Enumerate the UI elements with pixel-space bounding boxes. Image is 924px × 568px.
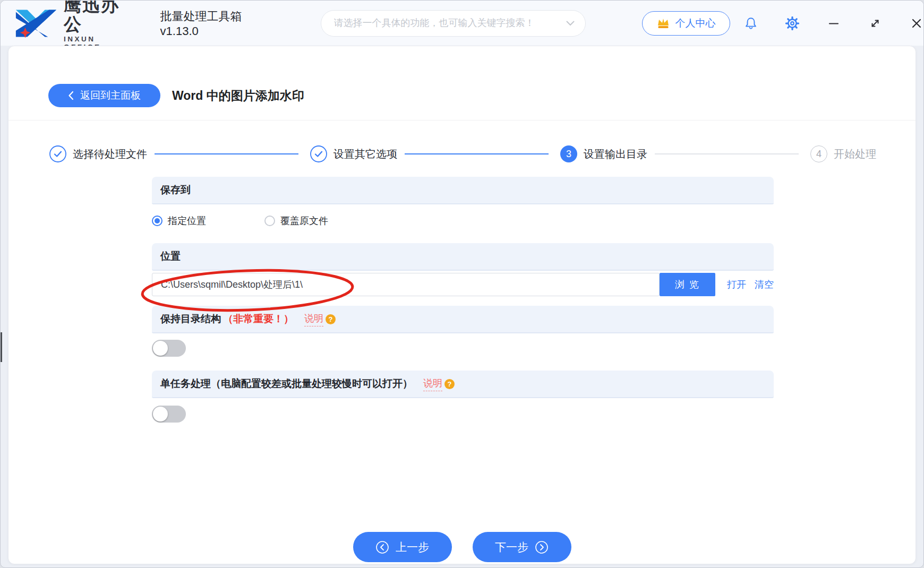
header-divider — [8, 120, 916, 121]
single-task-title: 单任务处理（电脑配置较差或批量处理较慢时可以打开） — [160, 377, 413, 391]
titlebar: 鹰迅办公 INXUN OFFICE 批量处理工具箱 v1.13.0 个人中心 — [1, 1, 923, 46]
step4-label: 开始处理 — [834, 147, 876, 161]
toggle-knob — [153, 341, 168, 356]
output-settings-form: 保存到 指定位置 覆盖原文件 位置 浏 览 打开 清空 保持目录结构 （非常重要… — [152, 177, 774, 423]
step3-number: 3 — [566, 149, 571, 160]
function-search-box[interactable] — [321, 10, 586, 37]
output-path-row: 浏 览 打开 清空 — [152, 273, 774, 296]
step4-number-circle: 4 — [810, 145, 827, 162]
user-center-button[interactable]: 个人中心 — [642, 11, 730, 36]
step-connector-3 — [655, 153, 799, 154]
chevron-down-icon[interactable] — [566, 21, 575, 26]
brand-text: 鹰迅办公 INXUN OFFICE — [64, 0, 136, 51]
next-step-label: 下一步 — [495, 540, 528, 555]
page-header-row: 返回到主面板 Word 中的图片添加水印 — [8, 46, 916, 107]
user-center-label: 个人中心 — [675, 16, 715, 30]
radio-overwrite-original[interactable] — [264, 216, 275, 226]
save-mode-radio-group: 指定位置 覆盖原文件 — [152, 212, 774, 230]
settings-gear-icon[interactable] — [785, 16, 799, 30]
single-task-help-link[interactable]: 说明 — [423, 377, 442, 391]
browse-button[interactable]: 浏 览 — [660, 273, 715, 296]
minimize-icon[interactable] — [827, 16, 841, 30]
check-icon — [49, 145, 66, 162]
close-icon[interactable] — [910, 16, 923, 30]
search-input[interactable] — [334, 18, 566, 29]
keep-structure-section-header: 保持目录结构 （非常重要！） 说明 ? — [152, 306, 774, 333]
radio-specified-location[interactable] — [152, 216, 162, 226]
keep-structure-title: 保持目录结构 — [160, 312, 221, 326]
save-to-title: 保存到 — [160, 183, 191, 197]
step3-label: 设置输出目录 — [584, 147, 647, 161]
step2-check-circle — [310, 145, 327, 162]
location-section-header: 位置 — [152, 243, 774, 271]
keep-structure-help-link[interactable]: 说明 — [304, 312, 323, 326]
brand-x-icon — [14, 7, 58, 39]
keep-structure-warning: （非常重要！） — [223, 312, 294, 326]
brand-name-cn: 鹰迅办公 — [64, 0, 136, 34]
back-to-dashboard-button[interactable]: 返回到主面板 — [48, 84, 160, 107]
wizard-nav-buttons: 上一步 下一步 — [8, 532, 916, 562]
app-title: 批量处理工具箱 v1.13.0 — [160, 8, 281, 38]
toggle-knob — [153, 407, 168, 421]
single-task-section-header: 单任务处理（电脑配置较差或批量处理较慢时可以打开） 说明 ? — [152, 371, 774, 398]
back-button-label: 返回到主面板 — [80, 89, 141, 102]
check-icon — [310, 145, 327, 162]
page-title: Word 中的图片添加水印 — [172, 88, 304, 104]
step1-label: 选择待处理文件 — [73, 147, 147, 161]
crown-icon — [656, 17, 670, 29]
open-folder-link[interactable]: 打开 — [727, 278, 746, 291]
step3-number-circle: 3 — [560, 145, 577, 162]
maximize-icon[interactable] — [868, 16, 882, 30]
step2-label: 设置其它选项 — [333, 147, 397, 161]
save-to-section-header: 保存到 — [152, 177, 774, 204]
circle-arrow-left-icon — [375, 540, 389, 554]
output-path-input[interactable] — [152, 273, 660, 296]
question-mark-icon[interactable]: ? — [444, 379, 455, 389]
previous-step-label: 上一步 — [396, 540, 429, 555]
radio-specified-location-label[interactable]: 指定位置 — [168, 214, 206, 227]
app-logo: 鹰迅办公 INXUN OFFICE — [14, 0, 136, 51]
step4-number: 4 — [816, 149, 822, 160]
single-task-toggle[interactable] — [152, 406, 186, 423]
screen-edge-artifact — [1, 332, 2, 362]
notification-bell-icon[interactable] — [744, 16, 758, 30]
app-window: 鹰迅办公 INXUN OFFICE 批量处理工具箱 v1.13.0 个人中心 — [0, 0, 924, 568]
step-connector-1 — [155, 153, 298, 154]
location-title: 位置 — [160, 249, 181, 263]
step-indicator: 选择待处理文件 设置其它选项 3 设置输出目录 4 开始处理 — [8, 145, 916, 162]
radio-overwrite-original-label[interactable]: 覆盖原文件 — [280, 214, 328, 227]
window-controls — [744, 16, 923, 30]
question-mark-icon[interactable]: ? — [326, 314, 336, 324]
next-step-button[interactable]: 下一步 — [473, 532, 571, 562]
main-panel: 返回到主面板 Word 中的图片添加水印 选择待处理文件 设置其它选项 — [8, 46, 916, 564]
chevron-left-icon — [68, 91, 74, 100]
step1-check-circle — [49, 145, 66, 162]
step-connector-2 — [405, 153, 549, 154]
circle-arrow-right-icon — [535, 540, 549, 554]
previous-step-button[interactable]: 上一步 — [353, 532, 452, 562]
clear-path-link[interactable]: 清空 — [755, 278, 774, 291]
keep-structure-toggle[interactable] — [152, 340, 186, 357]
